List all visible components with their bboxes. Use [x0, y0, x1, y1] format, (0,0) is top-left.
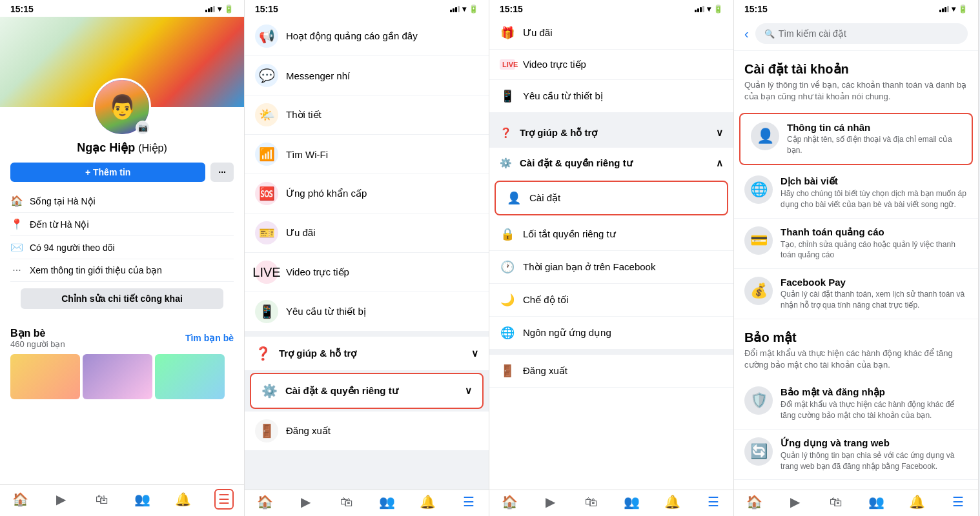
nav-video-1[interactable]: ▶ — [41, 489, 81, 510]
menu-item-emergency[interactable]: 🆘 Ứng phó khẩn cấp — [245, 174, 489, 213]
nav-video-3[interactable]: ▶ — [530, 494, 571, 510]
p3-item-cheodotoi[interactable]: 🌙 Chế độ tối — [489, 284, 733, 317]
nav-groups-1[interactable]: 👥 — [122, 489, 163, 510]
p3-section-settings[interactable]: ⚙️ Cài đặt & quyền riêng tư ∧ — [489, 148, 733, 178]
menu-item-ads[interactable]: 📢 Hoạt động quảng cáo gần đây — [245, 17, 489, 55]
nav-bell-2[interactable]: 🔔 — [407, 494, 448, 510]
avatar-camera-icon[interactable]: 📷 — [136, 121, 150, 135]
p3-item-device[interactable]: 📱 Yêu cầu từ thiết bị — [489, 80, 733, 113]
panel-account-settings: 15:15 ▾ 🔋 ‹ 🔍 Tìm kiếm cài đặt Cài đặt t… — [734, 0, 979, 516]
edit-profile-button[interactable]: Chỉnh sửa chi tiết công khai — [21, 288, 223, 309]
p3-item-thoigian[interactable]: 🕐 Thời gian bạn ở trên Facebook — [489, 251, 733, 284]
status-icons-2: ▾ 🔋 — [450, 5, 478, 14]
p3-section-help[interactable]: ❓ Trợ giúp & hỗ trợ ∨ — [489, 118, 733, 148]
nav-video-2[interactable]: ▶ — [285, 494, 326, 510]
divider-3b — [489, 350, 733, 355]
device-icon: 📱 — [255, 300, 278, 323]
settings-item-apps[interactable]: 🔄 Ứng dụng và trang web Quản lý thông ti… — [734, 430, 978, 481]
nav-groups-3[interactable]: 👥 — [611, 494, 652, 510]
settings-item-fbpay[interactable]: 💰 Facebook Pay Quản lý cài đặt thanh toá… — [734, 269, 978, 319]
nav-bell-4[interactable]: 🔔 — [897, 494, 937, 510]
back-button[interactable]: ‹ — [744, 26, 749, 41]
weather-label: Thời tiết — [286, 109, 322, 121]
nav-menu-1[interactable]: ☰ — [203, 489, 244, 510]
settings-item-security[interactable]: 🛡️ Bảo mật và đăng nhập Đổi mật khẩu và … — [734, 379, 978, 430]
nav-home-4[interactable]: 🏠 — [734, 494, 775, 510]
messenger-icon: 💬 — [255, 64, 278, 87]
nav-shop-2[interactable]: 🛍 — [326, 494, 367, 510]
nav-home-1[interactable]: 🏠 — [0, 489, 41, 510]
more-button[interactable]: ··· — [210, 163, 234, 182]
friends-count: 460 người bạn — [10, 339, 65, 349]
security-title: Bảo mật và đăng nhập — [781, 386, 968, 398]
p3-item-loitat[interactable]: 🔒 Lối tắt quyền riêng tư — [489, 218, 733, 251]
nav-menu-2[interactable]: ☰ — [448, 494, 489, 510]
menu-item-wifi[interactable]: 📶 Tìm Wi-Fi — [245, 135, 489, 174]
settings-item-adpay[interactable]: 💳 Thanh toán quảng cáo Tạo, chỉnh sửa qu… — [734, 219, 978, 270]
nav-bell-3[interactable]: 🔔 — [652, 494, 693, 510]
bottom-nav-3: 🏠 ▶ 🛍 👥 🔔 ☰ — [489, 490, 733, 516]
nav-menu-4[interactable]: ☰ — [937, 494, 978, 510]
detail-lives: 🏠 Sống tại Hà Nội — [10, 190, 234, 213]
nav-groups-4[interactable]: 👥 — [856, 494, 897, 510]
menu-item-device[interactable]: 📱 Yêu cầu từ thiết bị — [245, 292, 489, 331]
section-settings[interactable]: ⚙️ Cài đặt & quyền riêng tư ∨ — [250, 373, 484, 409]
p3-item-offers[interactable]: 🎁 Ưu đãi — [489, 17, 733, 50]
divider-3a — [489, 113, 733, 118]
nav-home-3[interactable]: 🏠 — [489, 494, 530, 510]
p3-item-live[interactable]: LIVE Video trực tiếp — [489, 50, 733, 80]
wifi-icon-3: ▾ — [707, 5, 711, 14]
menu-item-logout[interactable]: 🚪 Đăng xuất — [245, 412, 489, 450]
security-section-title: Bảo mật — [734, 319, 978, 348]
apps-text: Ứng dụng và trang web Quản lý thông tin … — [781, 437, 968, 472]
cover-photo: 👨 📷 — [0, 17, 244, 107]
add-info-button[interactable]: + Thêm tin — [10, 163, 205, 182]
friend-thumb-1 — [10, 354, 80, 399]
time-1: 15:15 — [10, 4, 34, 14]
p3-loitat-icon: 🔒 — [500, 227, 515, 241]
search-settings-wrap[interactable]: 🔍 Tìm kiếm cài đặt — [755, 23, 968, 44]
menu-item-messenger[interactable]: 💬 Messenger nhí — [245, 56, 489, 95]
menu-item-offers[interactable]: 🎫 Ưu đãi — [245, 213, 489, 252]
nav-shop-4[interactable]: 🛍 — [815, 494, 856, 510]
nav-groups-2[interactable]: 👥 — [367, 494, 407, 510]
p3-settings-label-wrap: ⚙️ Cài đặt & quyền riêng tư — [500, 157, 633, 169]
security-icon: 🛡️ — [744, 386, 773, 415]
location-icon: 📍 — [10, 218, 23, 230]
signal-icon-4 — [939, 6, 949, 12]
menu-item-weather[interactable]: 🌤️ Thời tiết — [245, 95, 489, 134]
status-icons-1: ▾ 🔋 — [205, 5, 234, 14]
settings-chevron: ∨ — [465, 385, 472, 397]
find-friends-link[interactable]: Tìm bạn bè — [185, 333, 234, 343]
p3-caidat-icon: 👤 — [506, 191, 522, 205]
nav-shop-1[interactable]: 🛍 — [81, 489, 122, 510]
help-text: Trợ giúp & hỗ trợ — [279, 348, 356, 359]
section-help[interactable]: ❓ Trợ giúp & hỗ trợ ∨ — [245, 337, 489, 370]
device-label: Yêu cầu từ thiết bị — [286, 306, 366, 317]
nav-video-4[interactable]: ▶ — [775, 494, 815, 510]
menu-item-live[interactable]: LIVE Video trực tiếp — [245, 253, 489, 292]
bottom-nav-2: 🏠 ▶ 🛍 👥 🔔 ☰ — [245, 490, 489, 516]
p3-offers-icon: 🎁 — [500, 26, 515, 40]
search-icon-4: 🔍 — [764, 29, 775, 39]
nav-bell-1[interactable]: 🔔 — [163, 489, 203, 510]
p3-cheodotoi-icon: 🌙 — [500, 293, 515, 307]
p3-item-ngonngu[interactable]: 🌐 Ngôn ngữ ứng dụng — [489, 317, 733, 350]
friends-info: Bạn bè 460 người bạn — [10, 327, 65, 349]
nav-menu-3[interactable]: ☰ — [693, 494, 733, 510]
p3-item-caidat[interactable]: 👤 Cài đặt — [495, 181, 728, 215]
p3-live-icon: LIVE — [500, 59, 515, 70]
p3-offers-label: Ưu đãi — [523, 27, 553, 39]
avatar-wrap: 👨 📷 — [93, 78, 151, 136]
panel3-list: 🎁 Ưu đãi LIVE Video trực tiếp 📱 Yêu cầu … — [489, 17, 733, 490]
settings-item-personal[interactable]: 👤 Thông tin cá nhân Cập nhật tên, số điệ… — [739, 113, 973, 165]
p3-item-dangxuat[interactable]: 🚪 Đăng xuất — [489, 355, 733, 388]
nav-shop-3[interactable]: 🛍 — [571, 494, 611, 510]
detail-about[interactable]: ··· Xem thông tin giới thiệu của bạn — [10, 259, 234, 282]
status-bar-4: 15:15 ▾ 🔋 — [734, 0, 978, 17]
settings-item-translation[interactable]: 🌐 Dịch bài viết Hãy cho chúng tôi biết t… — [734, 168, 978, 219]
nav-home-2[interactable]: 🏠 — [245, 494, 285, 510]
fbpay-icon: 💰 — [744, 277, 773, 305]
settings-text: Cài đặt & quyền riêng tư — [285, 385, 398, 397]
signal-icon-1 — [205, 6, 215, 12]
